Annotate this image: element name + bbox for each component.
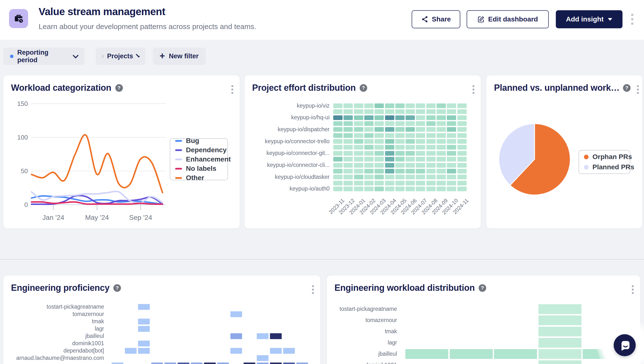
heatmap-cell (257, 355, 269, 361)
legend-item-other[interactable]: Other (175, 174, 223, 182)
help-icon[interactable]: ? (115, 84, 123, 92)
edit-dashboard-button[interactable]: Edit dashboard (467, 10, 549, 28)
heatmap-cell (374, 163, 384, 168)
heatmap-row-label: tostart-pickagreatname (4, 304, 104, 310)
heatmap-cell (343, 157, 353, 162)
page-title: Value stream management (39, 6, 165, 18)
heatmap-cell (364, 163, 373, 168)
heatmap-cell (447, 139, 456, 144)
heatmap-row-label: keypup-io/viz (245, 102, 330, 109)
filter-reporting-period[interactable]: Reporting period (3, 48, 85, 65)
heatmap-cell (447, 187, 456, 191)
heatmap-cell (437, 121, 446, 126)
heatmap-cell (395, 181, 404, 186)
heatmap-row-label: jbailleul (4, 333, 104, 339)
heatmap-cell (447, 145, 456, 150)
heatmap-cell (457, 181, 467, 186)
card-kebab-menu[interactable] (637, 85, 639, 94)
share-button-label: Share (432, 15, 451, 23)
heatmap-cell (333, 109, 342, 114)
new-filter-button[interactable]: + New filter (153, 48, 206, 65)
heatmap-row-label: keypup-io/cloudtasker (245, 174, 330, 180)
filter-projects-label: Projects (107, 52, 133, 60)
heatmap-cell (364, 169, 373, 174)
heatmap-cell (385, 139, 394, 144)
heatmap-cell (416, 116, 425, 120)
heatmap-cell (426, 104, 436, 108)
heatmap-cell (385, 163, 394, 168)
heatmap-cell (457, 157, 467, 162)
heatmap-cell (457, 121, 467, 126)
legend-item-planned-prs[interactable]: Planned PRs (584, 163, 625, 171)
heatmap-cell (283, 362, 295, 364)
heatmap-cell (450, 349, 493, 359)
heatmap-cell (416, 121, 425, 126)
heatmap-cell (343, 127, 353, 132)
card-kebab-menu[interactable] (231, 85, 233, 94)
heatmap-cell (447, 104, 456, 108)
heatmap-cell (416, 139, 425, 144)
heatmap-cell (374, 133, 384, 138)
heatmap-cell (457, 109, 467, 114)
chevron-down-icon (608, 18, 612, 21)
heatmap-cell (416, 175, 425, 179)
heatmap-cell (333, 121, 342, 126)
help-icon[interactable]: ? (623, 84, 630, 92)
legend-item-dependency[interactable]: Dependency (175, 146, 223, 154)
heatmap-cell (354, 121, 363, 126)
heatmap-cell (395, 145, 404, 150)
heatmap-cell (437, 169, 446, 174)
heatmap-cell (385, 157, 394, 162)
heatmap-cell (364, 127, 373, 132)
heatmap-cell (138, 304, 150, 310)
legend-item-bug[interactable]: Bug (175, 137, 223, 145)
legend-swatch (584, 165, 588, 170)
heatmap-row-label: keypup-io/connector-git... (245, 150, 330, 156)
heatmap-cell (437, 116, 446, 120)
heatmap-cell (395, 133, 404, 138)
add-insight-button[interactable]: Add insight (556, 10, 622, 28)
chat-icon (618, 339, 631, 352)
heatmap-cell (374, 145, 384, 150)
filter-projects[interactable]: Projects (96, 48, 145, 65)
svg-text:50: 50 (21, 167, 28, 175)
legend-item-orphan-prs[interactable]: Orphan PRs (584, 153, 625, 161)
heatmap-cell (296, 362, 308, 364)
card-title: Planned vs. unplanned work… (494, 83, 619, 93)
heatmap-row-label: tostart-pickagreatname (327, 306, 397, 312)
heatmap-cell (437, 133, 446, 138)
heatmap-cell (447, 181, 456, 186)
heatmap-cell (447, 109, 456, 114)
heatmap-cell (437, 181, 446, 186)
legend-item-enhancement[interactable]: Enhancement (175, 156, 223, 163)
heatmap-cell (374, 187, 384, 191)
header-kebab-menu[interactable] (627, 10, 638, 28)
heatmap-row-label: tmak (4, 318, 104, 325)
share-button[interactable]: Share (412, 10, 460, 28)
chat-launcher-button[interactable] (614, 334, 636, 356)
heatmap-cell (374, 157, 384, 162)
heatmap-cell (354, 175, 363, 179)
heatmap-cell (333, 104, 342, 108)
heatmap-cell (437, 109, 446, 114)
heatmap-cell (426, 127, 436, 132)
heatmap-cell (405, 169, 415, 174)
heatmap-row-label: tmak (327, 328, 397, 335)
card-title: Workload categorization (11, 83, 111, 93)
proficiency-heatmap: tostart-pickagreatnametomazernourtmaklag… (4, 276, 320, 364)
chevron-down-icon (73, 53, 79, 58)
heatmap-cell (364, 139, 373, 144)
heatmap-cell (333, 151, 342, 156)
heatmap-cell (364, 116, 373, 120)
heatmap-cell (416, 127, 425, 132)
heatmap-cell (405, 116, 415, 120)
legend-swatch (175, 177, 182, 179)
heatmap-cell (416, 163, 425, 168)
heatmap-cell (426, 163, 436, 168)
heatmap-cell (395, 187, 404, 191)
card-workload-categorization: Workload categorization ? 150100500Jan '… (3, 75, 240, 228)
heatmap-cell (395, 104, 404, 108)
line-chart-legend: BugDependencyEnhancementNo labelsOther (170, 138, 228, 180)
legend-item-no-labels[interactable]: No labels (175, 165, 223, 172)
heatmap-cell (395, 127, 404, 132)
